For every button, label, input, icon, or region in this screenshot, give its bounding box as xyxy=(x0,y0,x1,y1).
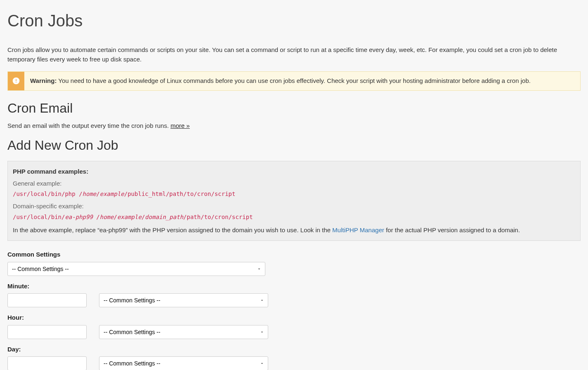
day-label: Day: xyxy=(7,345,581,354)
hour-label: Hour: xyxy=(7,313,581,323)
examples-title: PHP command examples: xyxy=(13,167,575,177)
cron-email-text: Send an email with the output every time… xyxy=(7,122,170,129)
hour-input[interactable] xyxy=(7,325,87,339)
day-select[interactable]: -- Common Settings -- xyxy=(99,356,268,370)
add-new-heading: Add New Cron Job xyxy=(7,135,581,155)
cron-email-heading: Cron Email xyxy=(7,98,581,118)
examples-explain-after: for the actual PHP version assigned to a… xyxy=(384,226,520,233)
php-examples-box: PHP command examples: General example: /… xyxy=(7,161,581,241)
multiphp-manager-link[interactable]: MultiPHP Manager xyxy=(332,226,384,233)
page-title: Cron Jobs xyxy=(7,8,581,33)
warning-icon xyxy=(8,72,24,90)
general-example-label: General example: xyxy=(13,179,575,189)
examples-explain-before: In the above example, replace “ea-php99”… xyxy=(13,226,332,233)
day-input[interactable] xyxy=(7,356,87,370)
domain-example-code: /usr/local/bin/ea-php99 /home/example/do… xyxy=(13,212,575,222)
minute-input[interactable] xyxy=(7,293,87,307)
minute-select[interactable]: -- Common Settings -- xyxy=(99,293,268,307)
more-link[interactable]: more » xyxy=(170,122,190,129)
general-example-code: /usr/local/bin/php /home/example/public_… xyxy=(13,189,575,199)
warning-alert: Warning: You need to have a good knowled… xyxy=(7,71,581,91)
warning-text: You need to have a good knowledge of Lin… xyxy=(57,77,530,84)
warning-label: Warning: xyxy=(30,77,57,84)
domain-example-label: Domain-specific example: xyxy=(13,202,575,211)
minute-label: Minute: xyxy=(7,282,581,291)
hour-select[interactable]: -- Common Settings -- xyxy=(99,325,268,339)
intro-text: Cron jobs allow you to automate certain … xyxy=(7,45,581,64)
common-settings-label: Common Settings xyxy=(7,250,581,259)
common-settings-select[interactable]: -- Common Settings -- xyxy=(7,262,265,276)
